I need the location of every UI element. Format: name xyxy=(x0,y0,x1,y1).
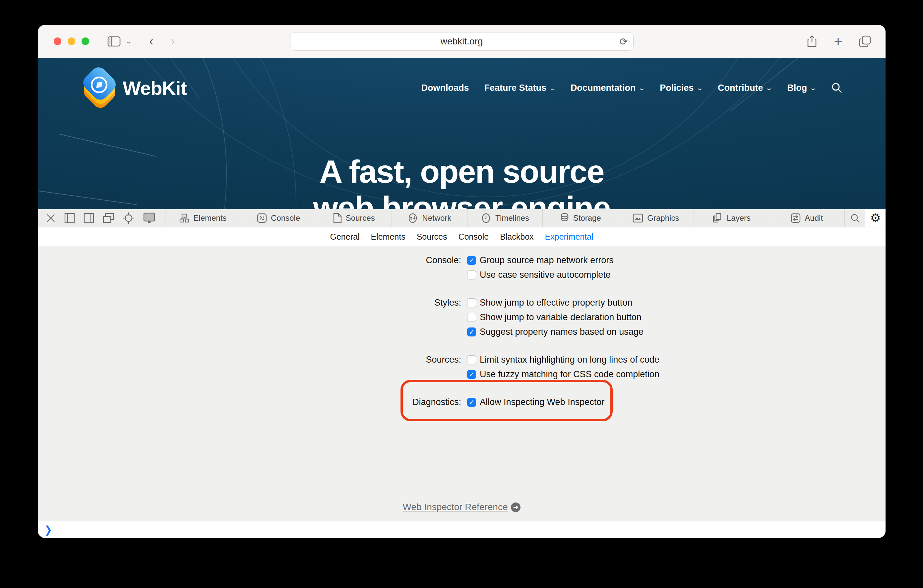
inspector-tab-console[interactable]: Console xyxy=(241,209,316,227)
checkbox[interactable]: ✓ xyxy=(467,313,476,322)
settings-tab-bar: General Elements Sources Console Blackbo… xyxy=(38,227,885,246)
check-icon: ✓ xyxy=(469,371,475,378)
chevron-down-icon: ⌄ xyxy=(638,84,645,92)
minimize-window-button[interactable] xyxy=(67,38,75,45)
expand-chevron-icon[interactable]: ❯ xyxy=(44,524,52,535)
settings-group-diagnostics: Diagnostics: ✓ Allow Inspecting Web Insp… xyxy=(38,395,885,409)
webkit-logo-icon xyxy=(83,71,116,105)
settings-tab-blackbox[interactable]: Blackbox xyxy=(499,232,534,241)
setting-row: ✓ Group source map network errors xyxy=(467,253,614,268)
nav-documentation[interactable]: Documentation⌄ xyxy=(571,83,644,93)
checkbox[interactable]: ✓ xyxy=(467,256,476,265)
site-nav: Downloads Feature Status⌄ Documentation⌄… xyxy=(421,82,843,94)
search-icon xyxy=(850,213,860,223)
webkit-site-header: WebKit Downloads Feature Status⌄ Documen… xyxy=(38,58,885,209)
inspector-settings-button[interactable]: ⚙ xyxy=(865,209,885,227)
elements-icon xyxy=(179,214,189,223)
group-label: Diagnostics: xyxy=(38,395,461,409)
browser-toolbar: ⌄ ‹ › webkit.org ⟳ + xyxy=(38,25,885,58)
nav-contribute[interactable]: Contribute⌄ xyxy=(718,83,772,93)
inspector-tab-elements[interactable]: Elements xyxy=(165,209,241,227)
setting-row: ✓ Use case sensitive autocomplete xyxy=(467,268,614,282)
sidebar-toggle-icon[interactable] xyxy=(107,36,121,47)
share-icon[interactable] xyxy=(806,35,817,48)
settings-tab-console[interactable]: Console xyxy=(458,232,489,241)
forward-button[interactable]: › xyxy=(171,34,175,48)
close-inspector-icon[interactable] xyxy=(46,213,56,223)
chevron-down-icon: ⌄ xyxy=(696,84,703,92)
sources-icon xyxy=(333,213,342,223)
settings-content: Console: ✓ Group source map network erro… xyxy=(38,246,885,521)
gear-icon: ⚙ xyxy=(870,212,880,224)
arrow-right-icon: ➜ xyxy=(511,503,521,512)
check-icon: ✓ xyxy=(469,257,475,264)
checkbox[interactable]: ✓ xyxy=(467,355,476,364)
nav-policies[interactable]: Policies⌄ xyxy=(660,83,703,93)
console-icon xyxy=(257,213,267,223)
inspector-tab-sources[interactable]: Sources xyxy=(316,209,391,227)
reload-icon[interactable]: ⟳ xyxy=(619,36,627,47)
close-window-button[interactable] xyxy=(54,38,61,45)
safari-window: ⌄ ‹ › webkit.org ⟳ + xyxy=(38,25,885,538)
nav-downloads[interactable]: Downloads xyxy=(421,83,469,93)
address-bar[interactable]: webkit.org ⟳ xyxy=(290,32,634,51)
sidebar-dropdown-chevron-icon[interactable]: ⌄ xyxy=(125,38,132,45)
chevron-down-icon: ⌄ xyxy=(549,84,556,92)
group-label: Sources: xyxy=(38,352,461,381)
chevron-down-icon: ⌄ xyxy=(765,84,773,92)
web-inspector-reference-link[interactable]: Web Inspector Reference ➜ xyxy=(403,502,521,512)
inspector-tab-audit[interactable]: Audit xyxy=(769,209,844,227)
setting-row: ✓ Suggest property names based on usage xyxy=(467,325,644,339)
new-tab-icon[interactable]: + xyxy=(834,33,843,50)
chevron-down-icon: ⌄ xyxy=(809,84,817,92)
setting-row: ✓ Limit syntax highlighting on long line… xyxy=(467,352,659,367)
inspector-tab-graphics[interactable]: Graphics xyxy=(618,209,693,227)
checkbox[interactable]: ✓ xyxy=(467,298,476,307)
undock-icon[interactable] xyxy=(103,212,114,224)
hero-title: A fast, open source web browser engine xyxy=(38,153,885,209)
webkit-logo[interactable]: WebKit xyxy=(83,71,187,105)
inspector-search-button[interactable] xyxy=(844,209,865,227)
checkbox[interactable]: ✓ xyxy=(467,327,476,337)
inspector-tab-timelines[interactable]: Timelines xyxy=(467,209,543,227)
inspector-tab-network[interactable]: Network xyxy=(391,209,467,227)
check-icon: ✓ xyxy=(469,328,475,335)
layers-icon xyxy=(712,213,723,223)
settings-tab-experimental[interactable]: Experimental xyxy=(544,232,594,241)
settings-tab-elements[interactable]: Elements xyxy=(370,232,406,241)
settings-group-console: Console: ✓ Group source map network erro… xyxy=(38,253,885,282)
site-search-icon[interactable] xyxy=(831,82,843,94)
inspector-bottom-bar: ❯ xyxy=(38,521,885,538)
storage-icon xyxy=(560,213,569,223)
settings-tab-general[interactable]: General xyxy=(330,232,360,241)
setting-row: ✓ Show jump to variable declaration butt… xyxy=(467,310,644,325)
graphics-icon xyxy=(632,214,643,223)
dock-left-icon[interactable] xyxy=(64,212,75,224)
inspector-tab-storage[interactable]: Storage xyxy=(542,209,618,227)
settings-tab-sources[interactable]: Sources xyxy=(416,232,448,241)
timelines-icon xyxy=(481,213,491,223)
check-icon: ✓ xyxy=(469,399,475,406)
dock-right-icon[interactable] xyxy=(84,212,94,224)
web-inspector: Elements Console Sources Network Timelin… xyxy=(38,209,885,538)
inspector-tab-layers[interactable]: Layers xyxy=(693,209,769,227)
checkbox[interactable]: ✓ xyxy=(467,370,476,379)
brand-name: WebKit xyxy=(123,77,187,99)
setting-row: ✓ Show jump to effective property button xyxy=(467,295,644,310)
back-button[interactable]: ‹ xyxy=(149,34,153,48)
settings-group-sources: Sources: ✓ Limit syntax highlighting on … xyxy=(38,352,885,381)
element-picker-icon[interactable] xyxy=(123,212,135,224)
nav-blog[interactable]: Blog⌄ xyxy=(787,83,816,93)
network-icon xyxy=(407,213,418,223)
checkbox[interactable]: ✓ xyxy=(467,271,476,279)
checkbox[interactable]: ✓ xyxy=(467,398,476,407)
group-label: Styles: xyxy=(38,295,461,339)
group-label: Console: xyxy=(38,253,461,282)
tab-overview-icon[interactable] xyxy=(859,36,871,48)
nav-feature-status[interactable]: Feature Status⌄ xyxy=(484,83,555,93)
setting-row: ✓ Use fuzzy matching for CSS code comple… xyxy=(467,367,659,381)
setting-row: ✓ Allow Inspecting Web Inspector xyxy=(467,395,604,409)
inspector-toolbar: Elements Console Sources Network Timelin… xyxy=(38,209,885,227)
device-settings-icon[interactable] xyxy=(143,212,155,224)
zoom-window-button[interactable] xyxy=(82,38,89,45)
